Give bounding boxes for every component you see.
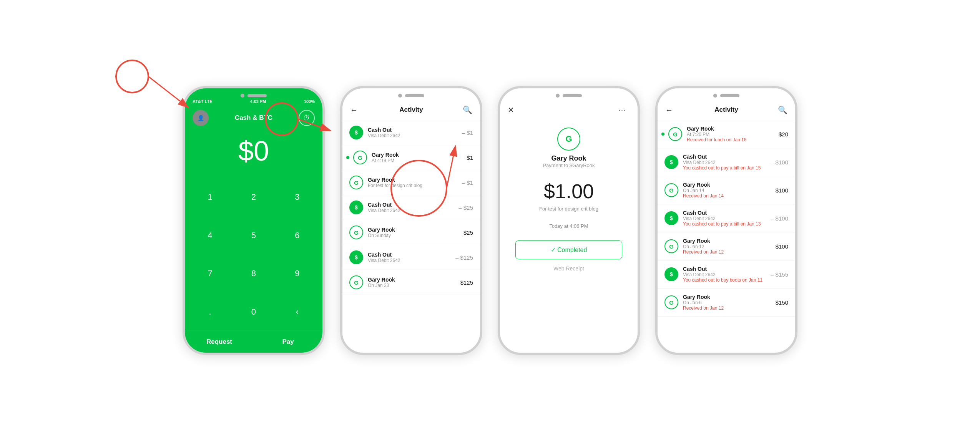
key-6[interactable]: 6 <box>276 217 319 254</box>
item-content: Cash Out Visa Debit 2642 <box>368 127 457 138</box>
svg-point-0 <box>116 60 148 93</box>
list-item[interactable]: G Gary Rook On Jan 23 $125 <box>342 270 480 295</box>
key-0[interactable]: 0 <box>232 293 275 331</box>
detail-header: ✕ ··· <box>500 88 638 120</box>
list-item[interactable]: $ Cash Out Visa Debit 2642 You cashed ou… <box>658 148 795 176</box>
item-sub: On Sunday <box>368 233 459 238</box>
key-3[interactable]: 3 <box>276 178 319 216</box>
activity-list-4: G Gary Rook At 7:20 PM Received for lunc… <box>658 120 795 353</box>
item-content: Gary Rook At 7:20 PM Received for lunch … <box>687 126 774 143</box>
phone-notch-2 <box>398 94 424 98</box>
search-icon-4[interactable]: 🔍 <box>776 105 787 114</box>
phone-4: ← Activity 🔍 G Gary Rook At 7:20 PM Rece… <box>655 86 797 355</box>
item-name: Gary Rook <box>368 277 456 283</box>
item-name: Gary Rook <box>372 152 462 158</box>
item-amount: $100 <box>776 243 788 250</box>
gary-icon-2: G <box>349 176 363 189</box>
key-dot[interactable]: . <box>189 293 231 331</box>
activity-list-2: $ Cash Out Visa Debit 2642 – $1 G Gary R… <box>342 120 480 353</box>
screenshot-wrapper: AT&T LTE 4:03 PM 100% 👤 Cash & BTC ⏱ $0 … <box>183 86 797 355</box>
gary-icon-4-4: G <box>664 295 678 309</box>
pay-button[interactable]: Pay <box>254 331 322 353</box>
key-9[interactable]: 9 <box>276 255 319 293</box>
request-button[interactable]: Request <box>185 331 254 353</box>
list-item[interactable]: G Gary Rook At 7:20 PM Received for lunc… <box>658 120 795 148</box>
item-name: Cash Out <box>683 154 766 160</box>
item-content: Cash Out Visa Debit 2642 <box>368 202 454 213</box>
list-item[interactable]: G Gary Rook On Jan 6 Received on Jan 12 … <box>658 288 795 317</box>
completed-button[interactable]: ✓ Completed <box>515 240 622 259</box>
item-content: Gary Rook For test for design crit blog <box>368 177 457 188</box>
phone-notch-3 <box>556 94 582 98</box>
item-sub: On Jan 12 <box>683 244 771 249</box>
gary-icon-1: G <box>353 151 367 164</box>
item-amount: $20 <box>779 131 788 138</box>
list-item[interactable]: $ Cash Out Visa Debit 2642 You cashed ou… <box>658 260 795 288</box>
svg-line-1 <box>148 76 188 108</box>
item-sub: Visa Debit 2642 <box>683 160 766 165</box>
list-item[interactable]: $ Cash Out Visa Debit 2642 – $125 <box>342 245 480 270</box>
item-content: Gary Rook On Jan 23 <box>368 277 456 288</box>
gary-icon-4: G <box>349 275 363 289</box>
key-1[interactable]: 1 <box>189 178 231 216</box>
camera-1 <box>241 94 244 98</box>
cash-out-icon-4-1: $ <box>664 155 678 169</box>
detail-payment-sub: Payment to $GaryRook <box>508 162 630 168</box>
back-icon-2[interactable]: ← <box>350 106 362 114</box>
screen-1: AT&T LTE 4:03 PM 100% 👤 Cash & BTC ⏱ $0 … <box>185 88 322 353</box>
camera-4 <box>713 94 717 98</box>
speaker-4 <box>720 94 739 97</box>
item-sub: On Jan 14 <box>683 188 771 193</box>
close-icon[interactable]: ✕ <box>508 105 519 114</box>
item-name: Gary Rook <box>683 182 771 188</box>
list-item[interactable]: G Gary Rook On Jan 12 Received on Jan 12… <box>658 232 795 260</box>
key-backspace[interactable]: ‹ <box>276 293 319 331</box>
list-item[interactable]: G Gary Rook On Sunday $25 <box>342 220 480 245</box>
item-name: Cash Out <box>368 202 454 208</box>
list-item[interactable]: $ Cash Out Visa Debit 2642 You cashed ou… <box>658 204 795 232</box>
item-detail: You cashed out to pay a bill on Jan 15 <box>683 165 766 171</box>
key-8[interactable]: 8 <box>232 255 275 293</box>
item-name: Cash Out <box>683 210 766 216</box>
item-amount: $1 <box>467 154 473 161</box>
item-sub: At 4:19 PM <box>372 158 462 163</box>
item-amount: – $1 <box>462 129 473 136</box>
gary-icon-4-2: G <box>664 183 678 197</box>
gary-icon-4-1: G <box>668 127 682 141</box>
item-name: Gary Rook <box>683 294 771 300</box>
footer-actions: Request Pay <box>185 331 322 353</box>
keypad: 1 2 3 4 5 6 7 8 9 . 0 ‹ <box>185 178 322 331</box>
list-item[interactable]: $ Cash Out Visa Debit 2642 – $1 <box>342 120 480 145</box>
user-avatar[interactable]: 👤 <box>193 110 209 126</box>
list-item[interactable]: G Gary Rook At 4:19 PM $1 <box>342 145 480 170</box>
search-icon-2[interactable]: 🔍 <box>461 105 472 114</box>
detail-name: Gary Rook <box>508 154 630 162</box>
item-name: Cash Out <box>368 127 457 133</box>
key-7[interactable]: 7 <box>189 255 231 293</box>
detail-avatar: G <box>557 128 580 151</box>
annotations-svg <box>0 0 980 441</box>
item-amount: $100 <box>776 187 788 194</box>
item-detail: You cashed out to buy boots on Jan 11 <box>683 277 766 283</box>
web-receipt-link[interactable]: Web Receipt <box>508 265 630 272</box>
key-4[interactable]: 4 <box>189 217 231 254</box>
unread-dot <box>346 156 349 159</box>
list-item[interactable]: $ Cash Out Visa Debit 2642 – $25 <box>342 195 480 220</box>
key-5[interactable]: 5 <box>232 217 275 254</box>
item-name: Gary Rook <box>683 238 771 244</box>
back-icon-4[interactable]: ← <box>665 106 677 114</box>
list-item[interactable]: G Gary Rook On Jan 14 Received on Jan 14… <box>658 176 795 204</box>
more-icon[interactable]: ··· <box>618 106 630 114</box>
item-amount: – $100 <box>771 215 788 222</box>
battery: 100% <box>304 99 315 104</box>
item-detail: Received on Jan 12 <box>683 249 771 255</box>
key-2[interactable]: 2 <box>232 178 275 216</box>
transaction-desc-1: For test for design crit blog <box>508 206 630 212</box>
gary-icon-3: G <box>349 225 363 239</box>
activity-clock-button[interactable]: ⏱ <box>299 110 315 126</box>
item-amount: $125 <box>460 279 473 286</box>
list-item[interactable]: G Gary Rook For test for design crit blo… <box>342 170 480 195</box>
item-detail: Received for lunch on Jan 16 <box>687 137 774 143</box>
item-detail: Received on Jan 12 <box>683 305 771 311</box>
item-sub: Visa Debit 2642 <box>683 216 766 221</box>
